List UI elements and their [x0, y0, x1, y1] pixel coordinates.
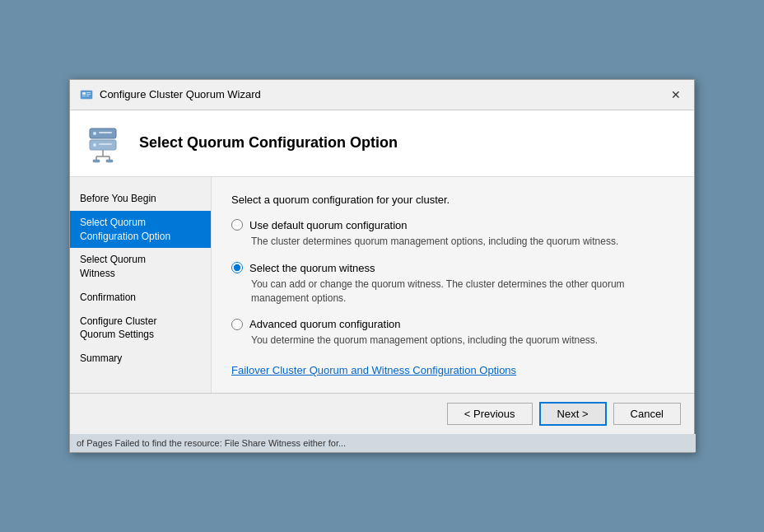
sidebar-item-confirmation[interactable]: Confirmation [70, 286, 211, 310]
sidebar-item-summary[interactable]: Summary [70, 347, 211, 371]
svg-rect-4 [86, 94, 91, 95]
option-default-radio[interactable] [231, 219, 243, 231]
footer: < Previous Next > Cancel [70, 393, 694, 434]
body-section: Before You Begin Select QuorumConfigurat… [70, 177, 694, 393]
page-title: Select Quorum Configuration Option [139, 134, 398, 152]
status-text: of Pages Failed to find the resource: Fi… [77, 438, 346, 448]
option-advanced-label[interactable]: Advanced quorum configuration [231, 318, 674, 330]
option-witness-radio[interactable] [231, 262, 243, 273]
svg-rect-10 [99, 132, 112, 133]
header-server-icon [86, 124, 126, 163]
svg-rect-17 [106, 160, 113, 162]
option-default-desc: The cluster determines quorum management… [251, 235, 674, 249]
svg-point-9 [93, 143, 96, 147]
svg-rect-11 [99, 143, 112, 145]
options-group: Use default quorum configuration The clu… [231, 219, 674, 348]
svg-rect-16 [93, 160, 100, 162]
content-description: Select a quorum configuration for your c… [231, 194, 674, 206]
option-advanced-text: Advanced quorum configuration [249, 318, 401, 330]
close-button[interactable]: ✕ [668, 86, 684, 103]
sidebar: Before You Begin Select QuorumConfigurat… [70, 177, 212, 393]
wizard-icon [80, 88, 93, 101]
svg-rect-3 [86, 92, 91, 93]
svg-rect-5 [86, 96, 89, 96]
option-witness-label[interactable]: Select the quorum witness [231, 262, 674, 274]
option-advanced: Advanced quorum configuration You determ… [231, 318, 674, 348]
option-default-text: Use default quorum configuration [249, 219, 408, 231]
header-section: Select Quorum Configuration Option [70, 110, 694, 177]
dialog-window: Configure Cluster Quorum Wizard ✕ Select… [69, 79, 695, 453]
option-advanced-desc: You determine the quorum management opti… [251, 334, 674, 348]
cancel-button[interactable]: Cancel [613, 403, 681, 425]
help-link[interactable]: Failover Cluster Quorum and Witness Conf… [231, 364, 516, 376]
next-button[interactable]: Next > [539, 402, 607, 426]
option-default: Use default quorum configuration The clu… [231, 219, 674, 249]
link-area: Failover Cluster Quorum and Witness Conf… [231, 348, 674, 376]
sidebar-item-select-quorum-config[interactable]: Select QuorumConfiguration Option [70, 211, 211, 249]
dialog-title: Configure Cluster Quorum Wizard [100, 88, 261, 100]
title-bar: Configure Cluster Quorum Wizard ✕ [70, 80, 694, 110]
previous-button[interactable]: < Previous [447, 403, 533, 425]
option-default-label[interactable]: Use default quorum configuration [231, 219, 674, 231]
status-bar: of Pages Failed to find the resource: Fi… [70, 434, 696, 452]
sidebar-item-before-you-begin[interactable]: Before You Begin [70, 187, 211, 211]
option-witness: Select the quorum witness You can add or… [231, 262, 674, 306]
svg-rect-1 [82, 92, 86, 95]
content-area: Select a quorum configuration for your c… [212, 177, 694, 393]
svg-rect-2 [82, 96, 86, 96]
sidebar-item-select-quorum-witness[interactable]: Select QuorumWitness [70, 248, 211, 286]
svg-point-8 [93, 132, 96, 135]
option-witness-text: Select the quorum witness [249, 262, 375, 274]
option-advanced-radio[interactable] [231, 319, 243, 330]
sidebar-item-configure-cluster[interactable]: Configure ClusterQuorum Settings [70, 310, 211, 348]
option-witness-desc: You can add or change the quorum witness… [251, 278, 674, 306]
